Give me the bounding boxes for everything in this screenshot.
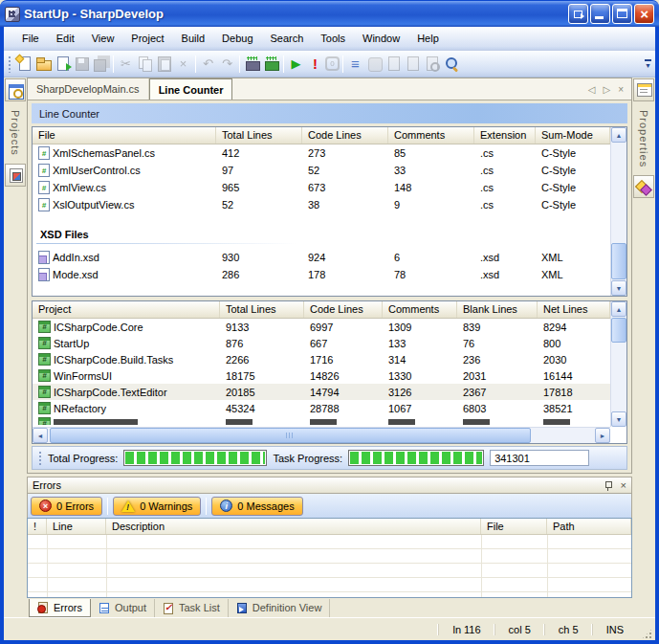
scroll-down-icon[interactable] bbox=[611, 280, 626, 296]
cut-icon[interactable]: ✂ bbox=[117, 55, 135, 73]
rebuild-icon[interactable] bbox=[262, 55, 280, 73]
column-total-lines[interactable]: Total Lines bbox=[216, 127, 302, 144]
new-file-icon[interactable] bbox=[15, 55, 33, 73]
column-code-lines[interactable]: Code Lines bbox=[302, 127, 388, 144]
tab-errors[interactable]: Errors bbox=[29, 599, 91, 617]
tab-line-counter[interactable]: Line Counter bbox=[149, 78, 233, 100]
copy-icon[interactable] bbox=[136, 55, 154, 73]
menu-item-build[interactable]: Build bbox=[173, 30, 213, 47]
column-line[interactable]: Line bbox=[47, 519, 106, 534]
project-row-highlighted[interactable]: ICSharpCode.TextEditor 20185 14794 3126 … bbox=[33, 384, 610, 400]
scroll-track[interactable] bbox=[48, 428, 595, 443]
classes-pad-icon[interactable] bbox=[5, 164, 26, 187]
close-button[interactable] bbox=[634, 4, 654, 24]
column-comments[interactable]: Comments bbox=[388, 127, 474, 144]
projects-pad-icon[interactable] bbox=[5, 78, 26, 101]
column-code-lines[interactable]: Code Lines bbox=[304, 301, 383, 318]
menu-item-edit[interactable]: Edit bbox=[48, 30, 83, 47]
stop-icon[interactable]: ! bbox=[306, 55, 324, 73]
projects-pad-label[interactable]: Projects bbox=[10, 102, 21, 164]
column-total-lines[interactable]: Total Lines bbox=[220, 301, 304, 318]
warnings-filter-button[interactable]: 0 Warnings bbox=[113, 497, 201, 516]
doc-back-icon[interactable] bbox=[384, 55, 403, 73]
scroll-right-icon[interactable] bbox=[595, 428, 610, 443]
column-path[interactable]: Path bbox=[547, 519, 631, 534]
tab-sharpdevelopmain[interactable]: SharpDevelopMain.cs bbox=[28, 78, 149, 100]
file-row[interactable]: XmlView.cs 965 673 148 .cs C-Style bbox=[33, 179, 610, 196]
tab-output[interactable]: Output bbox=[91, 599, 155, 617]
paste-icon[interactable] bbox=[155, 55, 173, 73]
tab-definition-view[interactable]: Definition View bbox=[229, 599, 331, 617]
menu-item-view[interactable]: View bbox=[83, 30, 123, 47]
project-row[interactable]: StartUp 876 667 133 76 800 bbox=[33, 335, 610, 351]
file-row[interactable]: XmlSchemasPanel.cs 412 273 85 .cs C-Styl… bbox=[33, 144, 610, 162]
resize-grip[interactable] bbox=[641, 628, 653, 640]
scroll-up-icon[interactable] bbox=[611, 127, 626, 143]
column-blank-lines[interactable]: Blank Lines bbox=[457, 301, 538, 318]
scroll-left-icon[interactable] bbox=[33, 428, 48, 443]
tab-prev-icon[interactable]: ◁ bbox=[588, 84, 596, 95]
errors-grid-body[interactable] bbox=[28, 535, 631, 597]
project-row[interactable]: WinFormsUI 18175 14826 1330 2031 16144 bbox=[33, 367, 610, 384]
project-row[interactable]: ICSharpCode.Build.Tasks 2266 1716 314 23… bbox=[33, 351, 610, 367]
project-row[interactable]: NRefactory 45324 28788 1067 6803 38521 bbox=[33, 400, 610, 416]
properties-pad-icon[interactable] bbox=[633, 78, 654, 101]
file-row[interactable]: XmlUserControl.cs 97 52 33 .cs C-Style bbox=[33, 162, 610, 179]
tab-next-icon[interactable]: ▷ bbox=[603, 84, 610, 95]
build-icon[interactable] bbox=[243, 55, 261, 73]
scroll-down-icon[interactable] bbox=[611, 411, 626, 427]
column-project[interactable]: Project bbox=[33, 301, 220, 318]
menu-item-search[interactable]: Search bbox=[262, 30, 313, 47]
column-net-lines[interactable]: Net Lines bbox=[538, 301, 610, 318]
column-description[interactable]: Description bbox=[106, 519, 481, 534]
scroll-thumb[interactable] bbox=[611, 318, 626, 343]
undo-icon[interactable]: ↶ bbox=[199, 55, 217, 73]
delete-icon[interactable]: × bbox=[174, 55, 192, 73]
redo-icon[interactable]: ↷ bbox=[218, 55, 236, 73]
save-all-icon[interactable] bbox=[92, 55, 110, 73]
scroll-up-icon[interactable] bbox=[611, 301, 626, 317]
doc-forward-icon[interactable] bbox=[404, 55, 422, 73]
menu-item-project[interactable]: Project bbox=[122, 30, 172, 47]
save-icon[interactable] bbox=[73, 55, 91, 73]
tab-close-icon[interactable]: × bbox=[618, 84, 624, 95]
column-severity[interactable]: ! bbox=[28, 519, 47, 534]
scroll-track[interactable] bbox=[611, 317, 626, 411]
menu-item-window[interactable]: Window bbox=[354, 30, 408, 47]
panel-close-icon[interactable]: × bbox=[621, 480, 626, 490]
profiler-zero-icon[interactable]: 0 bbox=[325, 56, 340, 71]
progress-toolbar-grip[interactable] bbox=[38, 451, 42, 466]
float-window-button[interactable] bbox=[568, 4, 588, 24]
toolbar-grip[interactable] bbox=[8, 56, 11, 73]
column-comments[interactable]: Comments bbox=[383, 301, 457, 318]
file-row[interactable]: XslOutputView.cs 52 38 9 .cs C-Style bbox=[33, 196, 610, 213]
new-from-template-icon[interactable] bbox=[54, 55, 72, 73]
open-folder-icon[interactable] bbox=[34, 55, 53, 73]
menu-item-help[interactable]: Help bbox=[408, 30, 448, 47]
messages-filter-button[interactable]: 0 Messages bbox=[211, 497, 302, 516]
properties-pad-label[interactable]: Properties bbox=[638, 102, 649, 175]
projects-vertical-scrollbar[interactable] bbox=[610, 301, 626, 427]
toolbox-pad-icon[interactable] bbox=[633, 175, 654, 198]
scroll-thumb[interactable] bbox=[50, 428, 531, 443]
region-icon[interactable] bbox=[365, 55, 384, 73]
search-icon[interactable] bbox=[442, 55, 460, 73]
column-extension[interactable]: Extension bbox=[474, 127, 536, 144]
toolbar-overflow-button[interactable] bbox=[643, 54, 653, 75]
files-vertical-scrollbar[interactable] bbox=[610, 127, 626, 296]
run-icon[interactable]: ▶ bbox=[287, 55, 305, 73]
menu-item-debug[interactable]: Debug bbox=[213, 30, 261, 47]
auto-hide-pin-icon[interactable] bbox=[604, 480, 613, 491]
project-row[interactable]: ICSharpCode.Core 9133 6997 1309 839 8294 bbox=[33, 319, 610, 335]
menu-item-tools[interactable]: Tools bbox=[312, 30, 354, 47]
scroll-thumb[interactable] bbox=[611, 243, 626, 279]
project-row-clipped[interactable] bbox=[33, 416, 610, 425]
file-row[interactable]: AddIn.xsd 930 924 6 .xsd XML bbox=[33, 249, 610, 266]
line-list-icon[interactable]: ≡ bbox=[346, 55, 364, 73]
find-in-files-icon[interactable] bbox=[423, 55, 441, 73]
projects-horizontal-scrollbar[interactable] bbox=[33, 427, 610, 443]
file-row[interactable]: Mode.xsd 286 178 78 .xsd XML bbox=[33, 266, 610, 283]
scroll-track[interactable] bbox=[611, 143, 626, 280]
errors-filter-button[interactable]: 0 Errors bbox=[31, 497, 102, 516]
menu-item-file[interactable]: File bbox=[13, 30, 48, 47]
